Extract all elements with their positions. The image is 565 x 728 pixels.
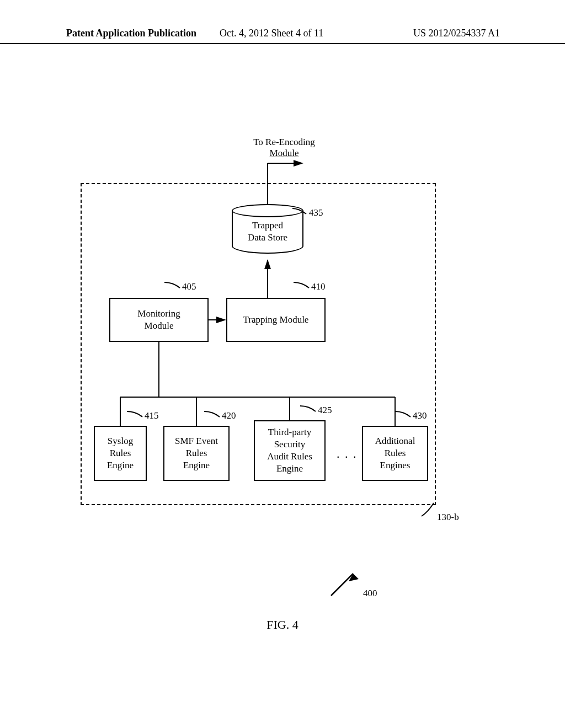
ref-405: 405	[182, 281, 196, 292]
ref-410: 410	[311, 281, 326, 292]
ref-400: 400	[363, 588, 377, 599]
figure-caption: FIG. 4	[0, 618, 565, 632]
page: Patent Application Publication Oct. 4, 2…	[0, 0, 565, 728]
ref-415: 415	[145, 410, 159, 421]
ref-425: 425	[318, 405, 332, 416]
diagram: To Re-Encoding Module Trapped Data Store…	[0, 0, 565, 728]
ref-435: 435	[309, 207, 323, 218]
ref-420: 420	[222, 410, 236, 421]
ref-130b: 130-b	[437, 512, 459, 523]
ref-430: 430	[413, 410, 427, 421]
